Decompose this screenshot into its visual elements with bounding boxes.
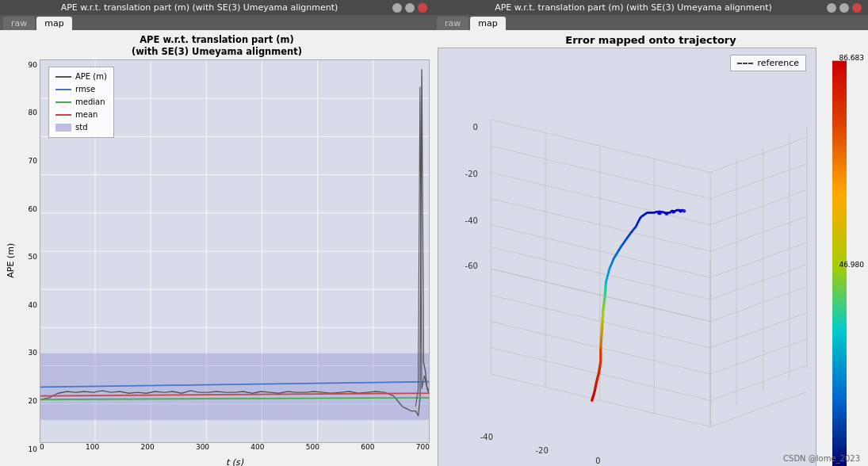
reference-label: reference (757, 58, 799, 68)
chart-area: APE (m) rmse median (40, 59, 430, 443)
reference-legend: reference (730, 55, 806, 71)
legend: APE (m) rmse median (48, 67, 114, 138)
svg-line-48 (710, 265, 807, 300)
svg-line-31 (491, 269, 710, 321)
reference-line-icon (737, 63, 753, 64)
svg-text:-40: -40 (465, 216, 478, 225)
left-window: APE w.r.t. translation part (m) (with SE… (0, 0, 434, 466)
svg-line-51 (710, 339, 807, 374)
svg-line-50 (710, 313, 807, 348)
svg-line-38 (491, 146, 710, 198)
svg-point-60 (671, 210, 675, 213)
right-close-button[interactable] (852, 3, 862, 13)
right-tabs: raw map (434, 15, 868, 30)
x-ticks: 0 100 200 300 400 500 600 700 (40, 443, 430, 457)
svg-line-41 (491, 225, 710, 277)
colorbar-max: 86.683 (839, 54, 865, 62)
svg-text:-20: -20 (465, 170, 478, 178)
right-plot-area: Error mapped onto trajectory (434, 30, 868, 466)
left-plot: APE w.r.t. translation part (m) (with SE… (4, 34, 430, 466)
left-titlebar: APE w.r.t. translation part (m) (with SE… (0, 0, 434, 15)
svg-line-43 (710, 137, 807, 172)
colorbar: 86.683 46.980 0 (816, 48, 864, 466)
svg-line-42 (491, 247, 710, 300)
svg-line-46 (710, 216, 807, 251)
svg-line-53 (710, 392, 807, 426)
legend-std: std (55, 121, 107, 134)
y-ticks: 90 80 70 60 50 40 30 20 10 (17, 59, 40, 466)
right-plot: Error mapped onto trajectory (438, 34, 864, 466)
legend-median-line (55, 101, 71, 103)
svg-line-47 (710, 243, 807, 277)
svg-line-49 (710, 286, 807, 321)
svg-line-45 (710, 190, 807, 225)
svg-point-58 (657, 211, 662, 216)
legend-rmse: rmse (55, 83, 107, 96)
colorbar-svg (828, 52, 852, 466)
left-tabs: raw map (0, 15, 434, 30)
svg-point-62 (683, 209, 686, 212)
svg-line-40 (491, 199, 710, 251)
minimize-button[interactable] (392, 3, 402, 13)
svg-text:0: 0 (472, 123, 477, 132)
watermark: CSDN @lome_2023 (783, 454, 860, 463)
maximize-button[interactable] (405, 3, 415, 13)
svg-line-44 (710, 163, 807, 198)
right-titlebar: APE w.r.t. translation part (m) (with SE… (434, 0, 868, 15)
svg-line-52 (710, 365, 807, 400)
svg-line-39 (491, 172, 710, 224)
colorbar-mid: 46.980 (839, 261, 865, 269)
legend-ape: APE (m) (55, 71, 107, 83)
left-title: APE w.r.t. translation part (m) (with SE… (6, 2, 392, 13)
svg-point-59 (665, 212, 668, 215)
right-window-controls (827, 3, 862, 13)
right-title: APE w.r.t. translation part (m) (with SE… (440, 2, 827, 13)
svg-text:-60: -60 (465, 262, 478, 270)
right-maximize-button[interactable] (839, 3, 849, 13)
3d-chart-svg: -40 -20 0 20 40 x (m) -40 -20 0 20 (438, 48, 816, 466)
plot-title: APE w.r.t. translation part (m) (with SE… (4, 34, 430, 58)
legend-median: median (55, 96, 107, 109)
x-axis-label: t (s) (40, 457, 430, 466)
left-window-controls (392, 3, 427, 13)
svg-text:0: 0 (595, 456, 600, 465)
legend-mean: mean (55, 109, 107, 121)
left-plot-area: APE w.r.t. translation part (m) (with SE… (0, 30, 434, 466)
plot-container: APE (m) 90 80 70 60 50 40 30 20 (4, 59, 430, 461)
y-axis-label: APE (m) (4, 59, 17, 461)
tab-map-right[interactable]: map (470, 17, 505, 30)
legend-rmse-line (55, 89, 71, 90)
svg-text:-20: -20 (535, 446, 548, 455)
right-plot-title: Error mapped onto trajectory (438, 34, 864, 46)
svg-line-37 (491, 120, 710, 172)
right-minimize-button[interactable] (827, 3, 836, 13)
svg-text:-40: -40 (480, 433, 493, 441)
right-plot-inner: -40 -20 0 20 40 x (m) -40 -20 0 20 (438, 48, 864, 466)
svg-point-61 (679, 209, 682, 212)
legend-mean-line (55, 114, 71, 116)
3d-chart: -40 -20 0 20 40 x (m) -40 -20 0 20 (438, 48, 816, 466)
legend-std-rect (55, 124, 71, 132)
tab-map-left[interactable]: map (36, 17, 71, 30)
legend-ape-line (55, 76, 71, 78)
svg-line-19 (491, 374, 710, 426)
close-button[interactable] (418, 3, 427, 13)
right-window: APE w.r.t. translation part (m) (with SE… (434, 0, 868, 466)
tab-raw-right[interactable]: raw (437, 17, 468, 30)
tab-raw-left[interactable]: raw (3, 17, 35, 30)
right-chart-container: -40 -20 0 20 40 x (m) -40 -20 0 20 (438, 48, 816, 466)
